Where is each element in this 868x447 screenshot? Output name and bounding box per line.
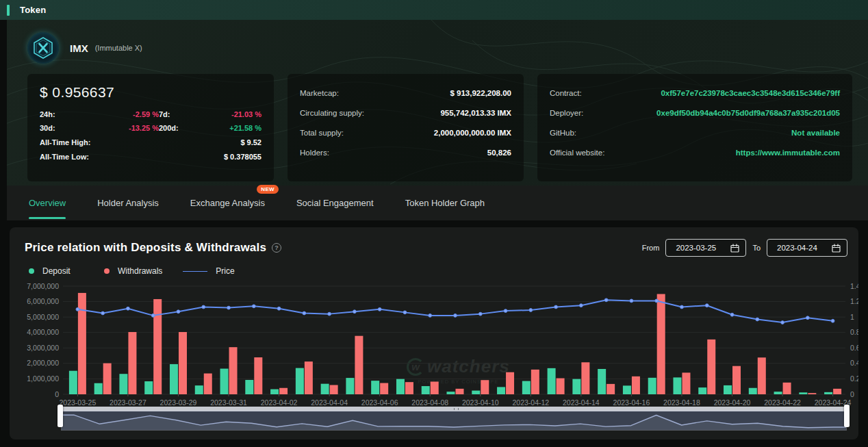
brush-handle-right[interactable] xyxy=(844,405,850,427)
price-point[interactable] xyxy=(705,304,709,307)
price-point[interactable] xyxy=(529,309,533,312)
tab-token-holder-graph[interactable]: Token Holder Graph xyxy=(405,194,485,212)
price-point[interactable] xyxy=(127,307,130,310)
withdrawal-bar[interactable] xyxy=(833,389,841,394)
withdrawal-bar[interactable] xyxy=(531,370,539,394)
deposit-bar[interactable] xyxy=(648,378,656,394)
deposit-bar[interactable] xyxy=(346,378,354,394)
withdrawal-bar[interactable] xyxy=(103,363,112,394)
price-point[interactable] xyxy=(403,311,407,314)
price-point[interactable] xyxy=(478,312,482,316)
tab-overview[interactable]: Overview xyxy=(29,194,66,212)
legend-item-withdrawals[interactable]: Withdrawals xyxy=(104,266,162,276)
deposit-bar[interactable] xyxy=(472,391,480,394)
price-point[interactable] xyxy=(554,305,558,309)
deposit-bar[interactable] xyxy=(270,389,279,394)
deposit-bar[interactable] xyxy=(144,381,153,394)
deposit-bar[interactable] xyxy=(296,368,304,394)
price-point[interactable] xyxy=(277,307,281,310)
price-point[interactable] xyxy=(76,307,79,311)
price-point[interactable] xyxy=(630,299,633,303)
withdrawal-bar[interactable] xyxy=(506,372,514,394)
legend-item-deposit[interactable]: Deposit xyxy=(29,266,84,276)
withdrawal-bar[interactable] xyxy=(355,336,363,394)
price-point[interactable] xyxy=(151,314,155,317)
info-link[interactable]: https://www.immutable.com xyxy=(736,149,840,157)
withdrawal-bar[interactable] xyxy=(204,374,212,394)
withdrawal-bar[interactable] xyxy=(254,357,262,394)
chart-scrollbar[interactable] xyxy=(62,407,846,411)
deposit-bar[interactable] xyxy=(673,377,681,394)
info-link[interactable]: Not available xyxy=(791,129,840,137)
price-point[interactable] xyxy=(429,314,432,317)
withdrawal-bar[interactable] xyxy=(581,362,589,394)
info-link[interactable]: 0xf57e7e7c23978c3caec3c3548e3d615c346e79… xyxy=(661,89,840,97)
deposit-bar[interactable] xyxy=(572,379,580,394)
price-point[interactable] xyxy=(454,314,457,317)
withdrawal-bar[interactable] xyxy=(632,376,640,394)
scrollbar-grip-icon[interactable] xyxy=(454,408,459,410)
deposit-bar[interactable] xyxy=(94,383,103,394)
tab-exchange-analysis[interactable]: Exchange AnalysisNEW xyxy=(190,194,265,212)
withdrawal-bar[interactable] xyxy=(380,383,388,394)
withdrawal-bar[interactable] xyxy=(431,381,439,394)
info-link[interactable]: 0xe9df50db94a4c0b75d0df9a768a37a935c201d… xyxy=(656,109,840,117)
price-point[interactable] xyxy=(806,316,809,320)
price-point[interactable] xyxy=(756,318,759,321)
deposit-bar[interactable] xyxy=(321,384,329,394)
price-point[interactable] xyxy=(579,304,583,307)
price-line[interactable] xyxy=(77,300,832,322)
chart-brush-navigator[interactable] xyxy=(62,411,846,430)
withdrawal-bar[interactable] xyxy=(682,372,690,394)
price-point[interactable] xyxy=(353,310,357,314)
price-point[interactable] xyxy=(303,311,306,315)
price-point[interactable] xyxy=(101,311,105,315)
withdrawal-bar[interactable] xyxy=(732,366,741,394)
brush-handle-left[interactable] xyxy=(58,405,63,427)
deposit-bar[interactable] xyxy=(799,392,807,394)
deposit-bar[interactable] xyxy=(447,392,455,394)
price-point[interactable] xyxy=(504,309,507,313)
withdrawal-bar[interactable] xyxy=(456,389,464,394)
withdrawal-bar[interactable] xyxy=(229,347,238,394)
price-point[interactable] xyxy=(831,319,834,322)
from-date-input[interactable]: 2023-03-25 xyxy=(665,239,746,257)
to-date-input[interactable]: 2023-04-24 xyxy=(767,239,847,257)
deposit-bar[interactable] xyxy=(371,381,379,394)
deposit-bar[interactable] xyxy=(548,368,556,394)
deposit-bar[interactable] xyxy=(119,374,127,394)
price-point[interactable] xyxy=(781,321,784,324)
withdrawal-bar[interactable] xyxy=(153,299,162,394)
price-point[interactable] xyxy=(680,305,684,309)
price-point[interactable] xyxy=(227,306,231,309)
deposit-bar[interactable] xyxy=(749,388,757,394)
deposit-bar[interactable] xyxy=(824,392,832,394)
deposit-bar[interactable] xyxy=(170,364,178,394)
deposit-bar[interactable] xyxy=(522,381,531,394)
legend-item-price[interactable]: Price xyxy=(183,266,238,276)
withdrawal-bar[interactable] xyxy=(279,388,288,394)
withdrawal-bar[interactable] xyxy=(758,357,766,394)
deposit-bar[interactable] xyxy=(497,387,505,394)
price-point[interactable] xyxy=(604,298,608,302)
deposit-bar[interactable] xyxy=(698,387,706,394)
withdrawal-bar[interactable] xyxy=(128,332,136,394)
deposit-bar[interactable] xyxy=(422,386,430,394)
deposit-bar[interactable] xyxy=(396,379,405,394)
price-point[interactable] xyxy=(202,305,205,309)
withdrawal-bar[interactable] xyxy=(808,393,816,394)
help-icon[interactable]: ? xyxy=(272,243,281,253)
deposit-bar[interactable] xyxy=(220,369,229,394)
withdrawal-bar[interactable] xyxy=(405,382,413,394)
price-point[interactable] xyxy=(177,310,180,314)
price-point[interactable] xyxy=(252,305,255,308)
withdrawal-bar[interactable] xyxy=(707,340,715,394)
price-point[interactable] xyxy=(655,299,659,303)
tab-social-engagement[interactable]: Social Engagement xyxy=(296,194,374,212)
deposit-bar[interactable] xyxy=(598,369,606,394)
withdrawal-bar[interactable] xyxy=(557,379,565,394)
calendar-icon[interactable] xyxy=(730,244,739,253)
withdrawal-bar[interactable] xyxy=(330,385,338,394)
deposit-bar[interactable] xyxy=(69,371,77,394)
tab-holder-analysis[interactable]: Holder Analysis xyxy=(97,194,159,212)
